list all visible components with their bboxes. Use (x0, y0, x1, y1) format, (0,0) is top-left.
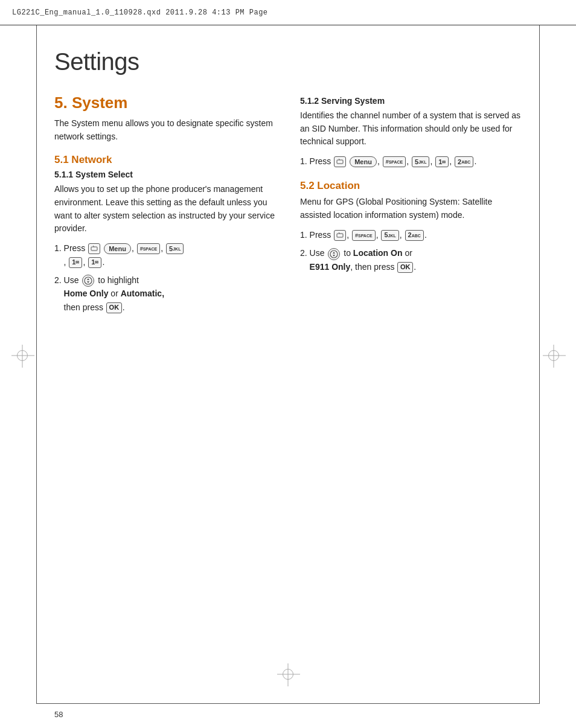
main-content: Settings 5. System The System menu allow… (54, 48, 522, 698)
left-column: 5. System The System menu allows you to … (54, 94, 276, 318)
e911-only-text: E911 Only (310, 262, 351, 272)
svg-rect-7 (337, 234, 343, 237)
home-only-text: Home Only (64, 289, 109, 298)
hash-key-52: #SPACE (352, 230, 376, 241)
step3-to: to (344, 248, 351, 258)
svg-marker-11 (333, 255, 335, 257)
step-1-right: 1. Press Menu, #SPACE , 5JKL, 1✉, 2ABC. (300, 155, 522, 168)
5jkl-key-r: 5JKL (412, 156, 429, 167)
svg-rect-0 (91, 247, 97, 251)
location-on-text: Location On (353, 248, 403, 258)
border-right (539, 25, 540, 704)
body-511: Allows you to set up the phone producer'… (54, 183, 276, 235)
svg-rect-5 (337, 160, 343, 164)
nav-key-right (328, 248, 340, 260)
sub-sub-section-511: 5.1.1 System Select (54, 170, 276, 179)
then-press-2: , then press (350, 262, 394, 272)
page-title: Settings (54, 48, 522, 75)
soft-left-key-r (334, 156, 346, 167)
right-column: 5.1.2 Serving System Identifies the chan… (300, 94, 522, 318)
2abc-key: 2ABC (455, 156, 473, 167)
step2-r-prefix: 1. Press (300, 230, 331, 240)
step-2-52: 2. Use to Location On or E911 Only, then… (300, 246, 522, 273)
columns-layout: 5. System The System menu allows you to … (54, 94, 522, 318)
step1-prefix: 1. Press (54, 243, 85, 253)
step-1-left: 1. Press Menu, #SPACE , 5JKL , (54, 241, 276, 269)
step2-text-a: to highlight (98, 275, 139, 285)
nav-key-left (82, 275, 94, 287)
5jkl-key: 5JKL (166, 243, 184, 254)
menu-key-r: Menu (350, 156, 377, 167)
border-left (36, 25, 37, 704)
main-section-title: 5. System (54, 94, 276, 112)
sub-section-52: 5.2 Location (300, 180, 522, 192)
sub-section-51: 5.1 Network (54, 154, 276, 166)
step-1-52: 1. Press , #SPACE , 5JKL, 2ABC. (300, 228, 522, 241)
registration-mark-right (548, 350, 559, 361)
1-key-r: 1✉ (435, 156, 449, 167)
menu-key: Menu (104, 243, 131, 254)
sub-section-512: 5.1.2 Serving System (300, 96, 522, 106)
svg-marker-10 (333, 252, 335, 254)
5jkl-key-52: 5JKL (381, 230, 398, 241)
body-512: Identifies the channel number of a syste… (300, 109, 522, 148)
ok-key-left: OK (106, 302, 122, 313)
step1-r-prefix: 1. Press (300, 156, 331, 166)
header-text: LG221C_Eng_manual_1.0_110928.qxd 2011.9.… (12, 8, 564, 17)
or-text-2: or (405, 248, 412, 258)
border-bottom (36, 703, 540, 704)
2abc-key-52: 2ABC (405, 230, 424, 241)
then-press-text: then press (64, 302, 103, 312)
or-text-1: or (110, 289, 118, 298)
page-number: 58 (54, 710, 63, 719)
svg-marker-3 (87, 278, 89, 280)
hash-key-r: #SPACE (383, 156, 406, 167)
registration-mark-left (17, 350, 28, 361)
1-key-a: 1✉ (69, 257, 82, 268)
automatic-text: Automatic, (121, 289, 164, 298)
intro-text: The System menu allows you to designate … (54, 117, 276, 143)
svg-marker-4 (87, 281, 89, 283)
hash-key: #SPACE (137, 243, 161, 254)
top-header: LG221C_Eng_manual_1.0_110928.qxd 2011.9.… (0, 0, 576, 25)
svg-point-9 (330, 251, 338, 258)
body-52: Menu for GPS (Global Positioning System:… (300, 196, 522, 222)
ok-key-right: OK (397, 262, 413, 273)
svg-point-2 (85, 277, 92, 284)
step-2-left: 2. Use to highlight Home Only or Automat… (54, 273, 276, 314)
soft-left-key-52 (334, 230, 346, 241)
1-key-b: 1✉ (88, 257, 101, 268)
step2-prefix: 2. Use (54, 275, 78, 285)
step3-prefix: 2. Use (300, 248, 324, 258)
soft-left-key (88, 243, 100, 254)
